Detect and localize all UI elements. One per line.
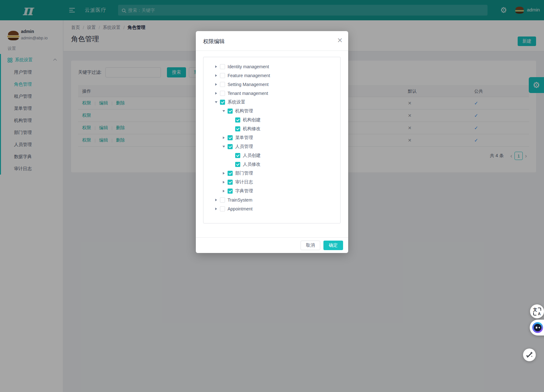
modal-footer: 取消 确定 (196, 237, 348, 253)
tree-checkbox[interactable] (228, 180, 233, 185)
tree-row: Setting Management (203, 80, 340, 89)
triangle-icon (215, 74, 217, 77)
triangle-icon (222, 146, 225, 148)
tree-checkbox[interactable] (235, 126, 240, 131)
tree-row: 人员创建 (203, 151, 340, 160)
tree-row: Appointment (203, 204, 340, 213)
modal-title: 权限编辑 (203, 38, 225, 45)
tree-checkbox[interactable] (220, 82, 225, 87)
tree-row: 人员修改 (203, 160, 340, 169)
translate-button[interactable]: 文 A (530, 304, 544, 318)
tree-checkbox[interactable] (228, 144, 233, 149)
tree-checkbox[interactable] (228, 109, 233, 114)
tree-expander-collapsed[interactable] (213, 74, 219, 77)
tree-row: 系统设置 (203, 98, 340, 107)
tree-row: Feature management (203, 71, 340, 80)
tree-node-label: Identity management (228, 64, 269, 69)
tree-row: 审计日志 (203, 178, 340, 187)
tree-checkbox[interactable] (235, 117, 240, 123)
triangle-icon (223, 172, 225, 175)
tree-expander-collapsed[interactable] (221, 136, 227, 139)
tree-checkbox[interactable] (228, 189, 233, 194)
tree-expander-collapsed[interactable] (213, 92, 219, 95)
tree-expander-collapsed[interactable] (221, 181, 227, 183)
tree-node-label: 菜单管理 (235, 135, 253, 141)
tree-row: 人员管理 (203, 142, 340, 151)
tree-node-label: 人员创建 (243, 153, 261, 158)
triangle-icon (223, 190, 225, 192)
tree-checkbox[interactable] (220, 64, 225, 69)
tree-node-label: 机构管理 (235, 108, 253, 114)
triangle-icon (215, 92, 217, 95)
robot-icon (532, 322, 543, 333)
tree-row: 菜单管理 (203, 133, 340, 142)
tree-checkbox[interactable] (220, 206, 225, 211)
tree-node-label: TrainSystem (228, 197, 252, 203)
ai-assistant-button[interactable] (530, 320, 544, 336)
tree-expander-collapsed[interactable] (213, 199, 219, 201)
tree-node-label: Setting Management (228, 82, 269, 87)
magic-wand-icon (526, 351, 533, 359)
triangle-icon (215, 208, 217, 210)
tree-row: Tenant management (203, 89, 340, 98)
tree-row: 机构管理 (203, 107, 340, 116)
tree-node-label: 机构创建 (243, 117, 261, 123)
triangle-icon (215, 199, 217, 201)
tree-row: 机构修改 (203, 124, 340, 133)
tree-expander-expanded[interactable] (221, 146, 227, 148)
permission-edit-modal: 权限编辑 × Identity managementFeature manage… (196, 31, 348, 253)
tree-row: Identity management (203, 62, 340, 71)
tree-expander-collapsed[interactable] (221, 172, 227, 175)
tree-checkbox[interactable] (228, 135, 233, 140)
permission-tree: Identity managementFeature managementSet… (203, 57, 341, 223)
tree-checkbox[interactable] (235, 153, 240, 158)
tree-expander-expanded[interactable] (221, 110, 227, 112)
tree-expander-collapsed[interactable] (221, 190, 227, 192)
tree-node-label: 机构修改 (243, 126, 261, 132)
tree-node-label: 部门管理 (235, 170, 253, 176)
triangle-icon (215, 65, 217, 68)
tree-checkbox[interactable] (220, 91, 225, 96)
tree-node-label: Appointment (228, 206, 253, 211)
close-icon[interactable]: × (337, 35, 342, 45)
triangle-icon (215, 101, 217, 103)
tree-expander-collapsed[interactable] (213, 83, 219, 86)
tree-node-label: Feature management (228, 73, 270, 78)
triangle-icon (222, 110, 225, 112)
cancel-button[interactable]: 取消 (301, 241, 320, 250)
tree-row: 字典管理 (203, 187, 340, 196)
triangle-icon (223, 181, 225, 183)
tree-checkbox[interactable] (220, 73, 225, 78)
triangle-icon (223, 136, 225, 139)
tree-node-label: 人员管理 (235, 144, 253, 149)
tree-expander-collapsed[interactable] (213, 208, 219, 210)
tree-checkbox[interactable] (235, 162, 240, 167)
tree-checkbox[interactable] (228, 171, 233, 176)
tree-expander-collapsed[interactable] (213, 65, 219, 68)
confirm-button[interactable]: 确定 (323, 241, 343, 250)
triangle-icon (215, 83, 217, 86)
tree-row: 部门管理 (203, 169, 340, 178)
tree-checkbox[interactable] (220, 197, 225, 203)
tree-node-label: 审计日志 (235, 179, 253, 185)
tree-node-label: 人员修改 (243, 162, 261, 167)
tree-node-label: Tenant management (228, 91, 268, 96)
tree-expander-expanded[interactable] (213, 101, 219, 103)
tree-row: 机构创建 (203, 116, 340, 124)
tree-row: TrainSystem (203, 196, 340, 204)
modal-header: 权限编辑 × (196, 31, 348, 51)
tree-node-label: 系统设置 (228, 99, 245, 105)
tree-checkbox[interactable] (220, 100, 225, 105)
tree-node-label: 字典管理 (235, 188, 253, 194)
magic-wand-button[interactable] (523, 349, 536, 361)
translate-icon: 文 A (533, 308, 541, 316)
